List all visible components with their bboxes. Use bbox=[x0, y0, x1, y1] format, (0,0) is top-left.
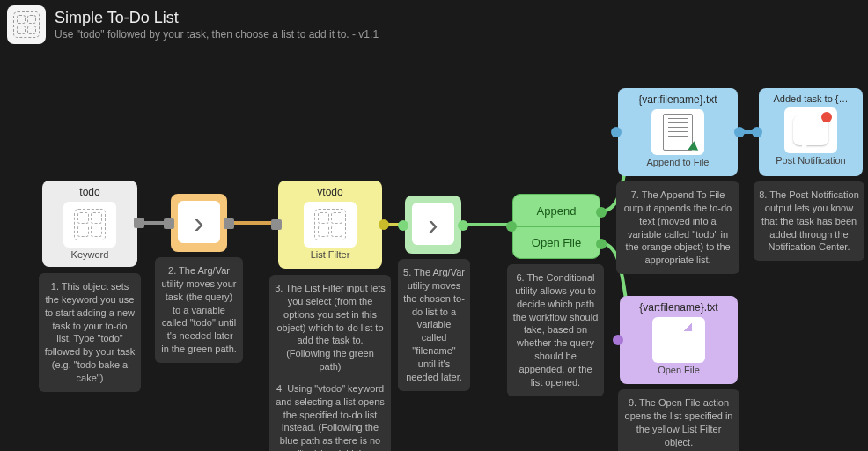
node-list-filter[interactable]: vtodo List Filter bbox=[278, 181, 382, 269]
desc-8: 9. The Open File action opens the list s… bbox=[618, 389, 739, 451]
desc-2: 2. The Arg/Var utility moves your task (… bbox=[155, 257, 243, 363]
desc-7: 8. The Post Notification output lets you… bbox=[754, 181, 864, 261]
conditional-branch-openfile[interactable]: Open File bbox=[513, 226, 600, 258]
desc-4: 5. The Arg/Var utility moves the chosen … bbox=[398, 259, 470, 391]
node-list-filter-caption: List Filter bbox=[311, 249, 350, 260]
workflow-title: Simple To-Do List bbox=[55, 9, 379, 27]
workflow-subtitle: Use "todo" followed by your task, then c… bbox=[55, 28, 379, 41]
node-post-notification[interactable]: Added task to {… Post Notification bbox=[759, 88, 863, 176]
greater-than-icon: › bbox=[194, 205, 203, 240]
keyword-icon bbox=[63, 202, 116, 248]
list-filter-icon bbox=[304, 202, 357, 248]
append-file-icon bbox=[651, 109, 704, 155]
node-keyword-title: todo bbox=[79, 186, 99, 198]
desc-6: 7. The Append To File output appends the… bbox=[616, 181, 739, 274]
node-append-caption: Append to File bbox=[647, 157, 710, 167]
node-conditional[interactable]: Append Open File bbox=[512, 194, 600, 259]
desc-1: 1. This object sets the keyword you use … bbox=[39, 273, 141, 392]
desc-5: 6. The Conditional utility allows you to… bbox=[507, 264, 604, 396]
node-notif-title: Added task to {… bbox=[774, 93, 849, 104]
node-open-caption: Open File bbox=[658, 365, 700, 375]
greater-than-icon: › bbox=[428, 207, 438, 241]
node-append-file[interactable]: {var:filename}.txt Append to File bbox=[618, 88, 738, 176]
node-keyword-caption: Keyword bbox=[71, 249, 109, 260]
open-file-icon bbox=[652, 317, 705, 363]
notification-icon bbox=[784, 107, 837, 153]
workflow-canvas[interactable]: todo Keyword 1. This object sets the key… bbox=[0, 53, 868, 451]
node-argvar-2[interactable]: › bbox=[405, 196, 461, 254]
node-list-filter-title: vtodo bbox=[317, 186, 342, 198]
node-keyword[interactable]: todo Keyword bbox=[42, 181, 137, 267]
workflow-header: Simple To-Do List Use "todo" followed by… bbox=[0, 0, 868, 53]
node-open-file[interactable]: {var:filename}.txt Open File bbox=[620, 296, 738, 384]
node-notif-caption: Post Notification bbox=[776, 155, 845, 166]
workflow-icon bbox=[7, 5, 46, 44]
node-append-title: {var:filename}.txt bbox=[638, 93, 717, 106]
node-open-title: {var:filename}.txt bbox=[639, 301, 717, 314]
conditional-branch-append[interactable]: Append bbox=[513, 195, 600, 226]
desc-3: 3. The List Filter input lets you select… bbox=[269, 275, 391, 451]
node-argvar-1[interactable]: › bbox=[171, 194, 227, 252]
